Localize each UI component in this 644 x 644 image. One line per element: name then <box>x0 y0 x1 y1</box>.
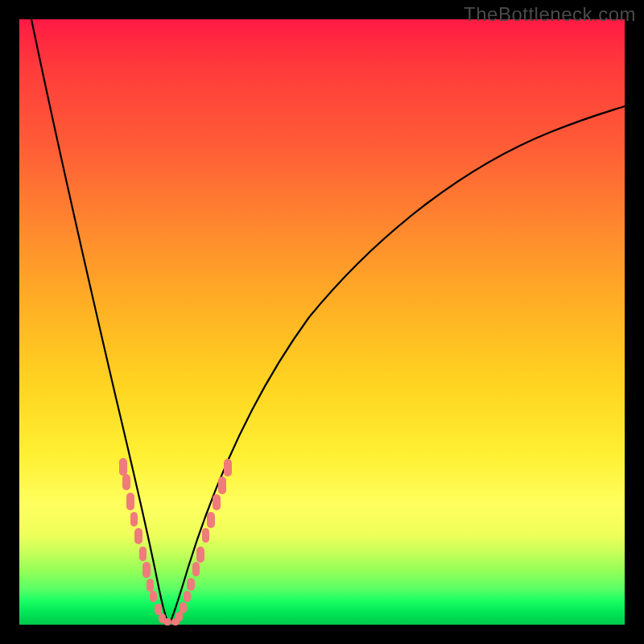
curve-right-branch <box>169 106 625 625</box>
beads-left <box>119 458 171 625</box>
svg-rect-22 <box>218 477 226 494</box>
plot-area <box>19 19 625 625</box>
svg-rect-17 <box>192 562 200 576</box>
svg-rect-13 <box>175 612 183 621</box>
svg-rect-7 <box>147 579 154 592</box>
svg-rect-0 <box>119 458 127 476</box>
svg-rect-18 <box>196 547 204 563</box>
outer-frame: TheBottleneck.com <box>0 0 644 644</box>
curve-left-branch <box>31 19 169 625</box>
svg-rect-4 <box>134 528 142 544</box>
svg-rect-14 <box>180 602 187 613</box>
svg-rect-19 <box>202 528 209 543</box>
svg-rect-15 <box>184 591 191 602</box>
svg-rect-1 <box>122 474 130 490</box>
beads-right <box>171 459 232 625</box>
svg-rect-9 <box>155 604 162 615</box>
svg-rect-6 <box>142 562 151 578</box>
svg-rect-8 <box>150 591 157 602</box>
svg-rect-5 <box>139 547 147 561</box>
svg-rect-3 <box>130 512 138 526</box>
svg-rect-20 <box>207 512 215 528</box>
curve-layer <box>19 19 625 625</box>
svg-rect-23 <box>224 459 232 477</box>
watermark-text: TheBottleneck.com <box>464 3 636 26</box>
svg-rect-11 <box>163 618 171 625</box>
svg-rect-2 <box>126 493 134 510</box>
svg-rect-21 <box>213 494 221 510</box>
svg-rect-16 <box>187 578 195 591</box>
